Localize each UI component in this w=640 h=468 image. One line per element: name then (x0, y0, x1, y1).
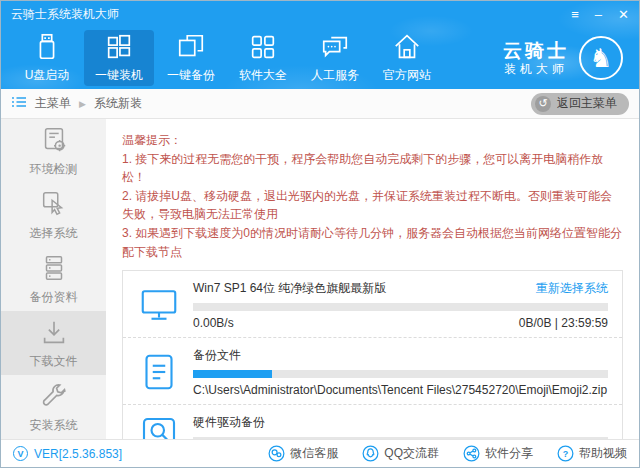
footer-link-label: 软件分享 (485, 445, 533, 462)
menu-icon[interactable]: ≡ (571, 8, 579, 21)
version-label: VER[2.5.36.853] (34, 447, 122, 461)
close-icon[interactable]: ✕ (618, 8, 629, 21)
nav-item-one-key-install[interactable]: 一键装机 (84, 30, 154, 86)
footer-link-label: QQ交流群 (384, 445, 439, 462)
tips-title: 温馨提示： (122, 131, 623, 150)
back-button-label: 返回主菜单 (557, 95, 617, 112)
download-row-system: Win7 SP1 64位 纯净绿色旗舰最新版 重新选择系统 0.00B/s 0B… (123, 271, 622, 338)
sidebar-item-select-system[interactable]: 选择系统 (1, 183, 106, 247)
footer-link-label: 微信客服 (290, 445, 338, 462)
progress-bar (193, 303, 608, 311)
nav-item-software-center[interactable]: 软件大全 (228, 30, 298, 86)
sidebar-item-backup-data[interactable]: 备份资料 (1, 247, 106, 311)
grid-squares-icon (248, 32, 278, 62)
sidebar: 环境检测 选择系统 (1, 119, 106, 439)
minimize-icon[interactable]: – (595, 8, 602, 21)
sidebar-item-label: 下载文件 (30, 353, 78, 370)
sidebar-item-label: 安装系统 (30, 417, 78, 434)
tip-line: 1. 接下来的过程无需您的干预，程序会帮助您自动完成剩下的步骤，您可以离开电脑稍… (122, 150, 623, 187)
footer: V VER[2.5.36.853] 微信客服 (1, 439, 639, 467)
sidebar-item-env-check[interactable]: 环境检测 (1, 119, 106, 183)
share-icon (463, 445, 480, 462)
breadcrumb-current: 系统新装 (94, 95, 142, 112)
version-button[interactable]: V VER[2.5.36.853] (13, 446, 122, 461)
download-row-backup-files: 备份文件 C:\Users\Administrator\Documents\Te… (123, 338, 622, 405)
breadcrumb-root[interactable]: 主菜单 (35, 95, 71, 112)
backup-title: 备份文件 (193, 347, 241, 364)
sidebar-item-download-files[interactable]: 下载文件 (1, 311, 106, 375)
window-title: 云骑士系统装机大师 (11, 6, 119, 23)
nav-item-label: 一键备份 (167, 67, 215, 84)
qq-group-link[interactable]: QQ交流群 (362, 445, 439, 462)
progress-bar (193, 370, 608, 378)
nav-item-official-site[interactable]: 官方网站 (372, 30, 442, 86)
header: 云骑士系统装机大师 ≡ – ✕ U盘启动 (1, 1, 639, 89)
main-nav: U盘启动 一键装机 一键备份 (1, 27, 639, 89)
nav-item-usb-boot[interactable]: U盘启动 (12, 30, 82, 86)
knight-logo-icon: ♞ (579, 36, 623, 80)
tip-line: 3. 如果遇到下载速度为0的情况时请耐心等待几分钟，服务器会自动根据您当前网络位… (122, 224, 623, 261)
nav-item-one-key-backup[interactable]: 一键备份 (156, 30, 226, 86)
breadcrumb-arrow-icon: ▶ (79, 99, 86, 109)
breadcrumb-bar: 主菜单 ▶ 系统新装 ↺ 返回主菜单 (1, 89, 639, 119)
tips-block: 温馨提示： 1. 接下来的过程无需您的干预，程序会帮助您自动完成剩下的步骤，您可… (122, 131, 623, 261)
document-icon (139, 347, 179, 397)
sidebar-item-label: 选择系统 (30, 225, 78, 242)
back-to-main-menu-button[interactable]: ↺ 返回主菜单 (531, 93, 629, 115)
doc-gear-icon (39, 125, 69, 155)
copy-icon (176, 32, 206, 62)
brand: 云骑士 装机大师 ♞ (503, 27, 639, 89)
nav-item-customer-service[interactable]: 人工服务 (300, 30, 370, 86)
version-icon: V (13, 446, 28, 461)
help-video-link[interactable]: ? 帮助视频 (557, 445, 627, 462)
nav-item-label: U盘启动 (25, 67, 70, 84)
brand-name: 云骑士 (503, 39, 569, 63)
download-size-time: 0B/0B | 23:59:59 (519, 316, 608, 330)
driver-backup-title: 硬件驱动备份 (193, 414, 265, 431)
backup-file-path: C:\Users\Administrator\Documents\Tencent… (193, 383, 608, 397)
sidebar-item-label: 环境检测 (30, 161, 78, 178)
main-area: 环境检测 选择系统 (1, 119, 639, 439)
svg-text:?: ? (563, 449, 568, 459)
nav-item-label: 软件大全 (239, 67, 287, 84)
wechat-support-link[interactable]: 微信客服 (268, 445, 338, 462)
sidebar-item-label: 备份资料 (30, 289, 78, 306)
list-icon (11, 95, 27, 112)
monitor-icon (139, 280, 179, 330)
cursor-select-icon (39, 189, 69, 219)
window-grid-icon (104, 32, 134, 62)
footer-link-label: 帮助视频 (579, 445, 627, 462)
content: 温馨提示： 1. 接下来的过程无需您的干预，程序会帮助您自动完成剩下的步骤，您可… (106, 119, 639, 439)
download-title: Win7 SP1 64位 纯净绿色旗舰最新版 (193, 280, 386, 297)
question-icon: ? (557, 445, 574, 462)
reselect-system-link[interactable]: 重新选择系统 (536, 280, 608, 297)
sidebar-item-install-system[interactable]: 安装系统 (1, 375, 106, 439)
server-stack-icon (39, 253, 69, 283)
titlebar: 云骑士系统装机大师 ≡ – ✕ (1, 1, 639, 27)
progress-fill (193, 370, 272, 378)
undo-arrow-icon: ↺ (535, 96, 551, 112)
nav-item-label: 官方网站 (383, 67, 431, 84)
chat-bubbles-icon (320, 32, 350, 62)
brand-subtitle: 装机大师 (503, 62, 569, 77)
share-software-link[interactable]: 软件分享 (463, 445, 533, 462)
qq-icon (362, 445, 379, 462)
nav-item-label: 人工服务 (311, 67, 359, 84)
home-icon (392, 32, 422, 62)
tip-line: 2. 请拔掉U盘、移动硬盘，退出光驱内的光盘，并保证系统重装过程不断电。否则重装… (122, 187, 623, 224)
download-speed: 0.00B/s (193, 316, 234, 330)
nav-item-label: 一键装机 (95, 67, 143, 84)
download-icon (39, 317, 69, 347)
wechat-icon (268, 445, 285, 462)
wrench-icon (39, 381, 69, 411)
app-window: 云骑士系统装机大师 ≡ – ✕ U盘启动 (0, 0, 640, 468)
usb-drive-icon (32, 32, 62, 62)
